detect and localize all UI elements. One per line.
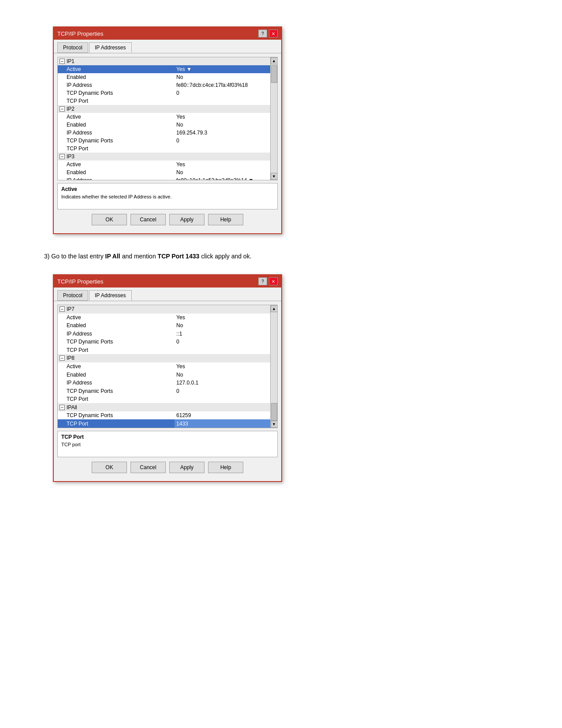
value-ip3-enabled: No [175, 168, 270, 176]
dialog1-table: − IP1 Active Yes ▼ Enabled No [57, 57, 278, 180]
tab-ip-addresses2[interactable]: IP Addresses [89, 290, 132, 301]
prop-row-ip8-enabled[interactable]: Enabled No [58, 370, 270, 379]
tab-protocol[interactable]: Protocol [57, 42, 88, 53]
collapse-ip2[interactable]: − [60, 106, 65, 112]
value-ip8-active: Yes [175, 362, 270, 371]
value-ip2-tcp-dynamic: 0 [175, 137, 270, 145]
dialog1-title: TCP/IP Properties [57, 30, 104, 37]
prop-row-ip8-tcp-dynamic[interactable]: TCP Dynamic Ports 0 [58, 387, 270, 395]
prop-row-ip1-tcp-dynamic[interactable]: TCP Dynamic Ports 0 [58, 89, 270, 97]
ok-button1[interactable]: OK [92, 214, 127, 225]
label-ip7-tcp-dynamic: TCP Dynamic Ports [58, 338, 175, 346]
label-ip8-active: Active [58, 362, 175, 371]
prop-row-ip3-address[interactable]: IP Address fe80::19c1:1a53:be3:f8e3%14 ▼ [58, 176, 270, 180]
collapse-ip7[interactable]: − [60, 306, 65, 312]
value-ip8-address: 127.0.0.1 [175, 379, 270, 387]
scrollbar2-down[interactable]: ▼ [271, 421, 278, 428]
prop-row-ip7-tcp-dynamic[interactable]: TCP Dynamic Ports 0 [58, 338, 270, 346]
prop-row-ip3-active[interactable]: Active Yes [58, 161, 270, 168]
dialog1-buttons: OK Cancel Apply Help [57, 209, 278, 230]
value-ip1-tcp-dynamic: 0 [175, 89, 270, 97]
value-ip1-active: Yes ▼ [175, 65, 270, 73]
apply-button1[interactable]: Apply [169, 214, 205, 225]
label-ip7-active: Active [58, 314, 175, 322]
info-title2: TCP Port [61, 434, 274, 440]
instruction-bold2: TCP Port 1433 [158, 253, 200, 260]
value-ip3-active: Yes [175, 161, 270, 168]
collapse-ip1[interactable]: − [60, 59, 65, 64]
help-title-button[interactable]: ? [258, 30, 267, 37]
prop-row-ip2-enabled[interactable]: Enabled No [58, 121, 270, 129]
prop-row-ip1-tcp-port[interactable]: TCP Port [58, 97, 270, 105]
scrollbar2-up[interactable]: ▲ [271, 305, 278, 312]
prop-row-ip3-enabled[interactable]: Enabled No [58, 168, 270, 176]
label-ip2-active: Active [58, 113, 175, 121]
scrollbar2[interactable]: ▲ ▼ [270, 305, 277, 428]
group-ip7-label: IP7 [67, 306, 74, 312]
prop-row-ip2-address[interactable]: IP Address 169.254.79.3 [58, 129, 270, 137]
label-ipall-tcp-port: TCP Port [58, 419, 175, 428]
ip-properties-table: − IP1 Active Yes ▼ Enabled No [58, 57, 270, 180]
prop-row-ip2-active[interactable]: Active Yes [58, 113, 270, 121]
ok-button2[interactable]: OK [92, 462, 127, 473]
scrollbar-down[interactable]: ▼ [271, 173, 278, 180]
ip-properties-table2: − IP7 Active Yes Enabled No [58, 305, 270, 428]
prop-row-ip8-active[interactable]: Active Yes [58, 362, 270, 371]
tab-protocol2[interactable]: Protocol [57, 290, 88, 301]
dialog1-tabs: Protocol IP Addresses [54, 40, 281, 53]
tab-ip-addresses[interactable]: IP Addresses [89, 42, 132, 53]
scrollbar1[interactable]: ▲ ▼ [270, 57, 277, 180]
scrollbar-thumb[interactable] [271, 65, 277, 83]
prop-row-ip1-active[interactable]: Active Yes ▼ [58, 65, 270, 73]
info-title1: Active [61, 186, 274, 192]
prop-row-ip7-active[interactable]: Active Yes [58, 314, 270, 322]
prop-row-ip8-tcp-port[interactable]: TCP Port [58, 395, 270, 403]
help-title-button2[interactable]: ? [258, 277, 267, 285]
prop-row-ip2-tcp-dynamic[interactable]: TCP Dynamic Ports 0 [58, 137, 270, 145]
prop-row-ip7-address[interactable]: IP Address ::1 [58, 330, 270, 338]
titlebar-buttons2: ? ✕ [258, 277, 278, 285]
label-ip2-tcp-dynamic: TCP Dynamic Ports [58, 137, 175, 145]
label-ip1-active: Active [58, 65, 175, 73]
close-button[interactable]: ✕ [269, 30, 278, 37]
value-ip7-tcp-dynamic: 0 [175, 338, 270, 346]
value-ip7-tcp-port [175, 346, 270, 355]
label-ip2-enabled: Enabled [58, 121, 175, 129]
prop-row-ip1-address[interactable]: IP Address fe80::7dcb:c4ce:17fa:4f03%18 [58, 81, 270, 89]
apply-button2[interactable]: Apply [169, 462, 205, 473]
dialog2-body: − IP7 Active Yes Enabled No [54, 301, 281, 481]
dialog2-buttons: OK Cancel Apply Help [57, 457, 278, 478]
value-ip1-enabled: No [175, 73, 270, 81]
group-ip3: − IP3 [58, 153, 270, 161]
prop-row-ipall-tcp-port[interactable]: TCP Port 1433 [58, 419, 270, 428]
label-ip1-tcp-dynamic: TCP Dynamic Ports [58, 89, 175, 97]
group-ip1-label: IP1 [67, 58, 74, 64]
help-button2[interactable]: Help [208, 462, 243, 473]
collapse-ip3[interactable]: − [60, 154, 65, 159]
cancel-button1[interactable]: Cancel [130, 214, 166, 225]
dialog2-title: TCP/IP Properties [57, 278, 104, 285]
cancel-button2[interactable]: Cancel [130, 462, 166, 473]
scrollbar2-thumb[interactable] [271, 403, 277, 421]
value-ip8-tcp-port [175, 395, 270, 403]
prop-row-ip2-tcp-port[interactable]: TCP Port [58, 145, 270, 153]
collapse-ip8[interactable]: − [60, 355, 65, 361]
titlebar-buttons: ? ✕ [258, 30, 278, 37]
prop-row-ipall-tcp-dynamic[interactable]: TCP Dynamic Ports 61259 [58, 411, 270, 420]
close-button2[interactable]: ✕ [269, 277, 278, 285]
dialog2-table: − IP7 Active Yes Enabled No [57, 305, 278, 428]
collapse-ipall[interactable]: − [60, 405, 65, 410]
dialog2: TCP/IP Properties ? ✕ Protocol IP Addres… [53, 274, 282, 482]
group-ipall: − IPAll [58, 403, 270, 411]
label-ip8-enabled: Enabled [58, 370, 175, 379]
scrollbar-up[interactable]: ▲ [271, 57, 278, 64]
prop-row-ip7-enabled[interactable]: Enabled No [58, 321, 270, 330]
prop-row-ip1-enabled[interactable]: Enabled No [58, 73, 270, 81]
value-ipall-tcp-dynamic: 61259 [175, 411, 270, 420]
prop-row-ip8-address[interactable]: IP Address 127.0.0.1 [58, 379, 270, 387]
help-button1[interactable]: Help [208, 214, 243, 225]
info-box2: TCP Port TCP port [57, 431, 278, 457]
label-ip7-address: IP Address [58, 330, 175, 338]
info-desc1: Indicates whether the selected IP Addres… [61, 194, 274, 199]
prop-row-ip7-tcp-port[interactable]: TCP Port [58, 346, 270, 355]
